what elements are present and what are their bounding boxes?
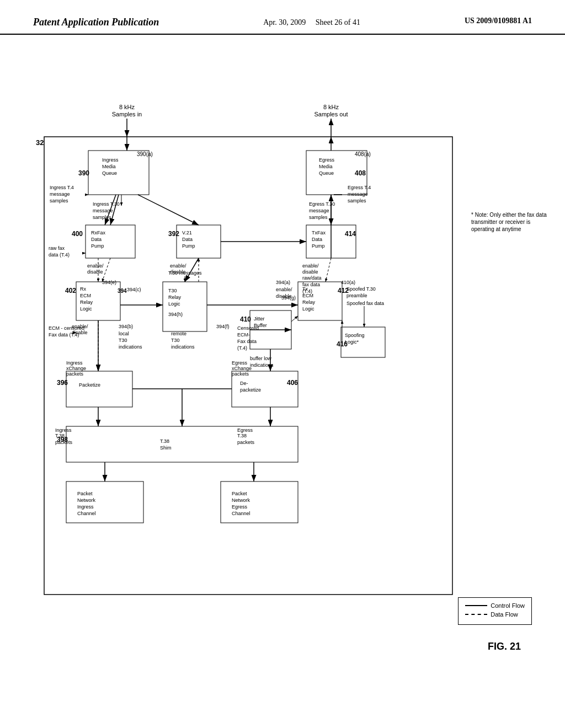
svg-text:disable: disable (87, 269, 103, 275)
svg-text:408(a): 408(a) (355, 151, 371, 157)
svg-text:Logic: Logic (168, 301, 180, 307)
svg-text:Egress: Egress (319, 157, 335, 163)
svg-text:T30: T30 (168, 288, 177, 293)
publication-info: Apr. 30, 2009 Sheet 26 of 41 (263, 17, 360, 28)
svg-text:396: 396 (57, 379, 68, 387)
svg-text:ECM: ECM (80, 293, 91, 298)
svg-text:8 kHz: 8 kHz (119, 104, 135, 110)
legend-box: Control Flow Data Flow (458, 597, 532, 625)
svg-text:T.38: T.38 (237, 433, 247, 438)
page-header: Patent Application Publication Apr. 30, … (0, 0, 565, 35)
svg-text:Packet: Packet (77, 491, 93, 496)
svg-text:Media: Media (319, 164, 333, 169)
svg-text:preamble: preamble (347, 293, 367, 298)
svg-text:ECM - censored: ECM - censored (49, 325, 84, 331)
svg-text:T.30 messages: T.30 messages (168, 270, 202, 276)
svg-text:RxFax: RxFax (91, 230, 106, 235)
svg-text:Egress: Egress (237, 427, 253, 433)
data-flow-label: Data Flow (491, 611, 518, 618)
svg-text:Packet: Packet (232, 491, 247, 496)
svg-text:Network: Network (232, 497, 250, 503)
svg-text:enable/: enable/ (302, 263, 319, 269)
svg-text:enable/: enable/ (276, 287, 292, 292)
svg-text:packets: packets (55, 440, 73, 445)
svg-text:message: message (348, 191, 368, 197)
svg-text:406: 406 (287, 379, 298, 387)
svg-text:Jitter: Jitter (254, 316, 265, 322)
svg-text:408: 408 (355, 169, 366, 177)
svg-text:(T.4): (T.4) (237, 345, 247, 351)
control-flow-line (465, 605, 487, 606)
svg-text:394: 394 (118, 288, 127, 294)
svg-text:Fax data: Fax data (237, 339, 257, 344)
svg-text:message: message (309, 208, 329, 213)
svg-line-94 (326, 258, 331, 282)
data-flow-line (465, 614, 487, 615)
svg-text:Egress: Egress (232, 360, 248, 366)
svg-text:enable/: enable/ (170, 263, 186, 269)
svg-line-178 (138, 195, 199, 225)
svg-text:ECM: ECM (302, 293, 313, 298)
svg-text:data (T.4): data (T.4) (49, 252, 70, 258)
svg-text:Packetize: Packetize (79, 382, 100, 388)
svg-text:Data: Data (91, 237, 102, 242)
svg-rect-143 (66, 426, 298, 462)
svg-text:410: 410 (240, 315, 251, 323)
svg-text:T.38: T.38 (160, 438, 169, 444)
svg-text:xChange: xChange (232, 366, 252, 371)
svg-text:disable: disable (302, 269, 318, 275)
figure-label: FIG. 21 (488, 641, 521, 652)
svg-text:394(g): 394(g) (281, 295, 296, 301)
sheet-info: Sheet 26 of 41 (316, 18, 360, 26)
svg-text:Relay: Relay (80, 299, 93, 305)
svg-text:T.38: T.38 (55, 433, 65, 438)
svg-text:402: 402 (65, 287, 76, 295)
svg-text:Data: Data (182, 237, 193, 242)
svg-text:T30: T30 (119, 338, 127, 343)
svg-text:packetize: packetize (240, 387, 261, 393)
svg-text:400: 400 (72, 230, 83, 238)
svg-text:Samples in: Samples in (112, 111, 142, 117)
svg-text:local: local (119, 331, 129, 336)
svg-text:samples: samples (309, 215, 328, 220)
svg-text:Buffer: Buffer (254, 323, 267, 328)
svg-text:Egress: Egress (232, 504, 248, 510)
svg-text:Spoofed T.30: Spoofed T.30 (347, 286, 376, 292)
svg-text:394(f): 394(f) (216, 324, 230, 329)
svg-text:394(c): 394(c) (127, 287, 141, 292)
svg-rect-11 (88, 151, 149, 195)
svg-text:Channel: Channel (77, 511, 96, 516)
svg-text:Pump: Pump (91, 243, 104, 249)
svg-text:394(a): 394(a) (276, 280, 290, 285)
svg-text:De-: De- (240, 381, 248, 386)
svg-text:Ingress T.4: Ingress T.4 (50, 185, 74, 190)
svg-text:8 kHz: 8 kHz (323, 104, 339, 110)
svg-text:Ingress: Ingress (102, 157, 119, 163)
svg-text:indications: indications (171, 344, 195, 350)
svg-line-172 (291, 316, 298, 322)
patent-number: US 2009/0109881 A1 (465, 17, 532, 25)
svg-text:Logic: Logic (302, 306, 315, 312)
svg-text:392: 392 (168, 230, 179, 238)
svg-text:enable/: enable/ (87, 263, 104, 269)
svg-text:ECM-: ECM- (237, 332, 250, 338)
svg-text:Ingress: Ingress (55, 427, 72, 433)
svg-text:T30: T30 (171, 338, 180, 343)
svg-text:Pump: Pump (182, 243, 195, 249)
svg-text:samples: samples (50, 198, 68, 204)
legend-control-flow: Control Flow (465, 602, 525, 609)
svg-text:Rx: Rx (80, 286, 86, 292)
svg-text:buffer low: buffer low (250, 356, 271, 361)
svg-text:Media: Media (102, 164, 116, 169)
svg-text:Pump: Pump (312, 243, 325, 249)
svg-text:394(e): 394(e) (102, 280, 116, 285)
svg-text:Ingress: Ingress (77, 504, 94, 510)
svg-text:414: 414 (345, 230, 356, 238)
pub-date: Apr. 30, 2009 (263, 18, 306, 26)
svg-text:Relay: Relay (302, 299, 316, 305)
svg-text:message: message (50, 191, 70, 197)
svg-text:Egress T.4: Egress T.4 (348, 185, 371, 190)
svg-text:394(h): 394(h) (168, 312, 183, 317)
svg-text:Network: Network (77, 497, 96, 503)
svg-text:V.21: V.21 (182, 230, 192, 235)
